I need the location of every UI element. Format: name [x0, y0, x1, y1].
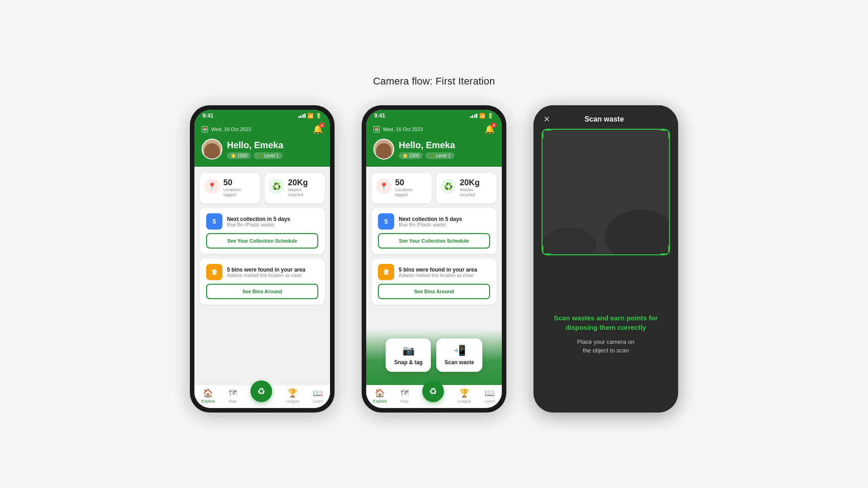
greeting-2: Hello, Emeka — [399, 140, 495, 150]
page-title: Camera flow: First Iteration — [373, 75, 495, 87]
phone-header-1: 📅 Wed, 16 Oct 2023 🔔 4 Hello, Emeka — [194, 121, 330, 167]
greeting-1: Hello, Emeka — [227, 140, 323, 150]
avatar-1 — [202, 139, 222, 160]
notif-badge-1: 4 — [319, 122, 325, 128]
corner-tr — [660, 129, 670, 138]
battery-icon: 🔋 — [316, 113, 322, 119]
user-row-2: Hello, Emeka ⭐ 1500 🌿 Level 1 — [373, 139, 495, 160]
camera-title: Scan waste — [585, 115, 624, 123]
level-badge-1: 🌿 Level 1 — [254, 152, 282, 159]
stat-num-loc-1: 50 — [223, 178, 241, 188]
recycle-icon-2: ♻️ — [441, 178, 456, 194]
league-icon-1: 🏆 — [288, 388, 297, 398]
camera-viewfinder — [542, 129, 670, 255]
collection-schedule-btn-2[interactable]: See Your Collection Schedule — [378, 233, 490, 249]
time-1: 9:41 — [203, 113, 213, 119]
stat-label-rec-1: Wastes recycled — [288, 188, 308, 198]
location-icon-1: 📍 — [204, 178, 220, 194]
notification-icon-2[interactable]: 🔔 4 — [485, 124, 495, 134]
collection-title-2: Next collection in 5 days — [399, 216, 462, 222]
stats-row-1: 📍 50 Locations tagged ♻️ — [200, 173, 325, 203]
map-icon-2: 🗺 — [401, 389, 409, 398]
status-icons-2: 📶 🔋 — [470, 113, 494, 119]
stats-row-2: 📍 50 Locations tagged ♻️ — [372, 173, 496, 203]
points-badge-1: ⭐ 1500 — [227, 152, 251, 159]
nav-explore-1[interactable]: 🏠 Explore — [201, 388, 215, 404]
signal-icon — [298, 113, 306, 118]
stat-num-loc-2: 50 — [395, 178, 413, 188]
stat-num-rec-1: 20Kg — [288, 178, 308, 188]
explore-icon-2: 🏠 — [375, 388, 385, 398]
bins-sub-1: Adaeze marked this location as clean — [227, 273, 305, 278]
bottom-nav-2: 🏠 Explore 🗺 Map ♻ 🏆 League 📖 Learn — [366, 385, 502, 408]
see-bins-btn-1[interactable]: See Bins Around — [206, 284, 318, 299]
points-badge-2: ⭐ 1500 — [399, 152, 423, 159]
blue-bin-icon-2: 5 — [378, 213, 394, 230]
stat-label-loc-1: Locations tagged — [223, 188, 241, 198]
fab-2[interactable]: ♻ — [422, 380, 444, 402]
level-badge-2: 🌿 Level 1 — [425, 152, 454, 159]
phone-1: 9:41 📶 🔋 📅 Wed, 16 — [190, 105, 335, 413]
stat-locations-2: 📍 50 Locations tagged — [372, 173, 432, 203]
nav-learn-1[interactable]: 📖 Learn — [313, 388, 323, 404]
phone-content-1: 📍 50 Locations tagged ♻️ — [194, 167, 330, 408]
phone-header-2: 📅 Wed, 16 Oct 2023 🔔 4 Hello, Emeka — [366, 121, 502, 167]
collection-schedule-btn-1[interactable]: See Your Collection Schedule — [206, 233, 318, 249]
league-icon-2: 🏆 — [459, 388, 469, 398]
corner-bl — [542, 246, 551, 255]
see-bins-btn-2[interactable]: See Bins Around — [378, 284, 490, 299]
corner-tl — [542, 129, 551, 138]
notif-badge-2: 4 — [491, 122, 496, 128]
phone-3-camera: ✕ Scan waste Scan wastes and earn points… — [533, 105, 678, 413]
battery-icon-2: 🔋 — [487, 113, 494, 119]
camera-header: ✕ Scan waste — [533, 105, 678, 129]
avatar-2 — [373, 139, 394, 160]
date-1: 📅 Wed, 16 Oct 2023 — [202, 126, 251, 132]
user-info-2: Hello, Emeka ⭐ 1500 🌿 Level 1 — [399, 140, 495, 159]
scan-instruction: Place your camera on the object to scan — [577, 338, 634, 355]
phone-2: 9:41 📶 🔋 📅 Wed, 16 — [362, 105, 506, 413]
date-2: 📅 Wed, 16 Oct 2023 — [373, 126, 423, 132]
nav-league-2[interactable]: 🏆 League — [458, 388, 471, 404]
snap-tag-btn[interactable]: 📷 Snap & tag — [386, 338, 431, 372]
camera-info: Scan wastes and earn points for disposin… — [533, 255, 678, 413]
signal-icon-2 — [470, 113, 478, 118]
nav-explore-2[interactable]: 🏠 Explore — [373, 388, 387, 404]
status-icons-1: 📶 🔋 — [298, 113, 322, 119]
close-icon[interactable]: ✕ — [543, 114, 550, 124]
nav-map-1[interactable]: 🗺 Map — [229, 389, 237, 404]
phone-content-2: 📍 50 Locations tagged ♻️ — [366, 167, 502, 408]
stat-num-rec-2: 20Kg — [460, 178, 480, 188]
screens-container: 9:41 📶 🔋 📅 Wed, 16 — [190, 105, 678, 413]
scan-waste-btn[interactable]: 📲 Scan waste — [436, 338, 482, 372]
user-row-1: Hello, Emeka ⭐ 1500 🌿 Level 1 — [202, 139, 323, 160]
collection-card-2: 5 Next collection in 5 days Blue Bin (Pl… — [372, 208, 496, 254]
user-info-1: Hello, Emeka ⭐ 1500 🌿 Level 1 — [227, 140, 323, 159]
scan-icon: 📲 — [453, 345, 466, 357]
nav-learn-2[interactable]: 📖 Learn — [485, 388, 495, 404]
nav-map-2[interactable]: 🗺 Map — [401, 389, 409, 404]
notification-icon-1[interactable]: 🔔 4 — [313, 124, 323, 134]
recycle-icon-1: ♻️ — [269, 178, 284, 194]
bottom-nav-1: 🏠 Explore 🗺 Map ♻ 🏆 League 📖 Learn — [194, 385, 330, 408]
collection-sub-1: Blue Bin (Plastic waste) — [227, 222, 290, 227]
scan-tagline: Scan wastes and earn points for disposin… — [543, 313, 668, 332]
stat-recycle-2: ♻️ 20Kg Wastes recycled — [436, 173, 496, 203]
yellow-bin-icon-1: 🗑 — [206, 264, 222, 280]
blue-bin-icon-1: 5 — [206, 213, 222, 230]
stat-label-loc-2: Locations tagged — [395, 188, 413, 198]
bins-card-2: 🗑 5 bins were found in your area Adaeze … — [372, 258, 496, 305]
nav-league-1[interactable]: 🏆 League — [286, 388, 299, 404]
map-icon-1: 🗺 — [229, 389, 237, 398]
stat-label-rec-2: Wastes recycled — [460, 188, 480, 198]
fab-1[interactable]: ♻ — [250, 380, 272, 402]
wifi-icon-2: 📶 — [479, 113, 486, 119]
wifi-icon: 📶 — [307, 113, 314, 119]
bins-title-2: 5 bins were found in your area — [399, 267, 477, 273]
stat-recycle-1: ♻️ 20Kg Wastes recycled — [264, 173, 325, 203]
collection-title-1: Next collection in 5 days — [227, 216, 290, 222]
learn-icon-2: 📖 — [485, 388, 495, 398]
collection-sub-2: Blue Bin (Plastic waste) — [399, 222, 462, 227]
bins-card-1: 🗑 5 bins were found in your area Adaeze … — [200, 258, 325, 305]
time-2: 9:41 — [374, 113, 385, 119]
